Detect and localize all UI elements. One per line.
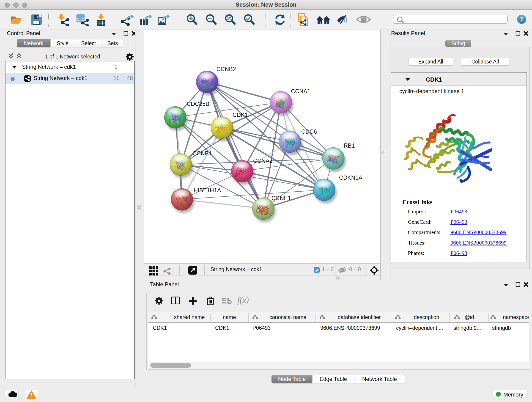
svg-text:CDKN1A: CDKN1A	[339, 174, 362, 181]
svg-text:CDK1: CDK1	[233, 112, 248, 118]
svg-text:HIST1H1A: HIST1H1A	[194, 187, 221, 193]
svg-text:CCNB1: CCNB1	[192, 150, 212, 157]
svg-text:CDC6: CDC6	[301, 128, 317, 135]
svg-text:CCNA2: CCNA2	[253, 157, 273, 164]
svg-text:CCNB2: CCNB2	[216, 66, 236, 72]
svg-text:?: ?	[520, 15, 524, 23]
svg-text:CCNE1: CCNE1	[272, 195, 291, 201]
svg-text:RB1: RB1	[344, 142, 355, 149]
svg-text:CDC25B: CDC25B	[187, 101, 209, 107]
svg-text:CCNA1: CCNA1	[291, 88, 310, 95]
